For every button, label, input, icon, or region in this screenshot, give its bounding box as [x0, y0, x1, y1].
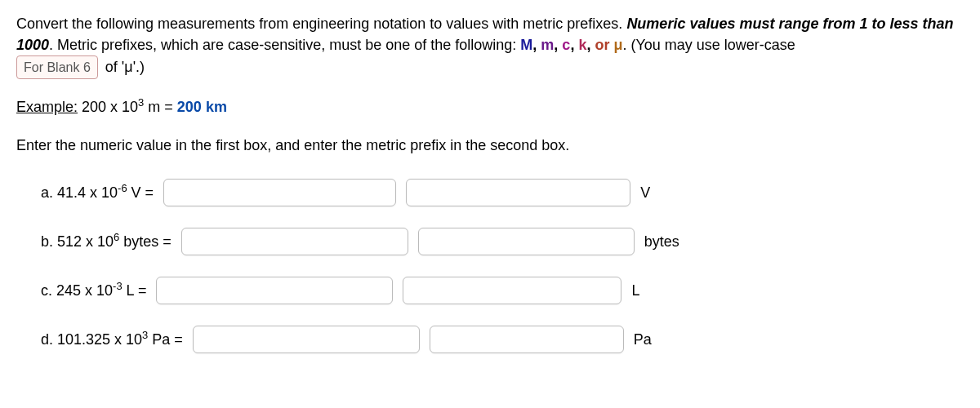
unit-b: bytes: [644, 233, 685, 251]
prefix-mu: μ: [613, 37, 622, 53]
value-input-d[interactable]: [193, 326, 420, 353]
example-label: Example:: [16, 99, 78, 115]
prefix-input-d[interactable]: [430, 326, 624, 353]
prefix-c: c: [562, 37, 570, 53]
word-or: or: [595, 37, 609, 53]
label-b: b. 512 x 106 bytes =: [41, 233, 172, 251]
intro-tail: of 'μ'.): [105, 59, 145, 75]
label-a: a. 41.4 x 10-6 V =: [41, 184, 154, 202]
question-b: b. 512 x 106 bytes = bytes: [41, 228, 964, 255]
intro-text-1: Convert the following measurements from …: [16, 16, 626, 32]
blank-chip[interactable]: For Blank 6: [16, 55, 98, 79]
example-answer: 200 km: [177, 99, 227, 115]
question-a: a. 41.4 x 10-6 V = V: [41, 179, 964, 206]
question-c: c. 245 x 10-3 L = L: [41, 277, 964, 304]
intro-text-2: . Metric prefixes, which are case-sensit…: [49, 37, 520, 53]
unit-a: V: [640, 184, 681, 202]
prefix-input-b[interactable]: [418, 228, 635, 255]
unit-c: L: [631, 282, 672, 299]
intro-text-3: . (You may use lower-case: [622, 37, 795, 53]
example-lhs-a: 200 x 10: [78, 99, 138, 115]
value-input-c[interactable]: [156, 277, 393, 304]
example: Example: 200 x 103 m = 200 km: [16, 99, 964, 116]
question-d: d. 101.325 x 103 Pa = Pa: [41, 326, 964, 353]
label-c: c. 245 x 10-3 L =: [41, 282, 146, 299]
prefix-k: k: [578, 37, 586, 53]
unit-d: Pa: [634, 331, 675, 348]
question-list: a. 41.4 x 10-6 V = V b. 512 x 106 bytes …: [16, 179, 964, 353]
prefix-M: M: [520, 37, 532, 53]
value-input-b[interactable]: [181, 228, 408, 255]
value-input-a[interactable]: [163, 179, 396, 206]
prefix-input-c[interactable]: [403, 277, 621, 304]
explain: Enter the numeric value in the first box…: [16, 137, 964, 154]
instructions: Convert the following measurements from …: [16, 13, 964, 79]
prefix-input-a[interactable]: [406, 179, 630, 206]
label-d: d. 101.325 x 103 Pa =: [41, 331, 183, 348]
example-lhs-b: m =: [144, 99, 177, 115]
prefix-m: m: [541, 37, 554, 53]
